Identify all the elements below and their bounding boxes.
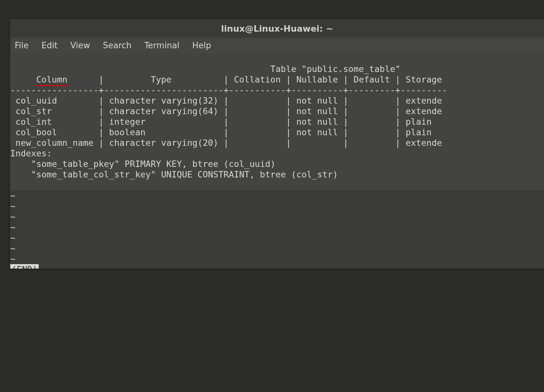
- terminal-body[interactable]: Table "public.some_table" Column | Type …: [10, 53, 544, 269]
- table-output-block: Table "public.some_table" Column | Type …: [10, 53, 544, 190]
- menu-file[interactable]: File: [13, 39, 31, 51]
- table-row: col_int | integer | | not null | | plain: [10, 117, 432, 127]
- tilde-line: ~: [10, 233, 15, 243]
- tilde-line: ~: [10, 191, 15, 200]
- blank-line: [10, 180, 15, 190]
- tilde-line: ~: [10, 243, 15, 253]
- table-row: col_uuid | character varying(32) | | not…: [10, 96, 442, 106]
- index-entry: "some_table_col_str_key" UNIQUE CONSTRAI…: [10, 169, 338, 179]
- header-row: Column | Type | Collation | Nullable | D…: [10, 74, 442, 86]
- column-header-underlined: Column: [36, 74, 68, 86]
- tilde-line: ~: [10, 222, 15, 232]
- menu-view[interactable]: View: [68, 39, 92, 51]
- menu-edit[interactable]: Edit: [40, 39, 60, 51]
- pager-filler: ~ ~ ~ ~ ~ ~ ~ (END): [10, 190, 544, 269]
- menubar: File Edit View Search Terminal Help: [10, 38, 544, 53]
- tilde-line: ~: [10, 212, 15, 222]
- index-entry: "some_table_pkey" PRIMARY KEY, btree (co…: [10, 159, 276, 169]
- terminal-window: linux@Linux-Huawei: ~ File Edit View Sea…: [10, 19, 544, 269]
- menu-terminal[interactable]: Terminal: [142, 39, 181, 51]
- table-title: Table "public.some_table": [10, 64, 400, 74]
- end-marker: (END): [10, 264, 39, 269]
- menu-help[interactable]: Help: [190, 39, 213, 51]
- divider-row: -----------------+----------------------…: [10, 85, 447, 95]
- table-row: col_bool | boolean | | not null | | plai…: [10, 127, 432, 137]
- indexes-label: Indexes:: [10, 148, 52, 158]
- table-row: new_column_name | character varying(20) …: [10, 138, 442, 148]
- tilde-line: ~: [10, 254, 15, 264]
- table-row: col_str | character varying(64) | | not …: [10, 106, 442, 116]
- window-title: linux@Linux-Huawei: ~: [221, 24, 333, 34]
- titlebar: linux@Linux-Huawei: ~: [10, 19, 544, 38]
- menu-search[interactable]: Search: [101, 39, 133, 51]
- tilde-line: ~: [10, 201, 15, 211]
